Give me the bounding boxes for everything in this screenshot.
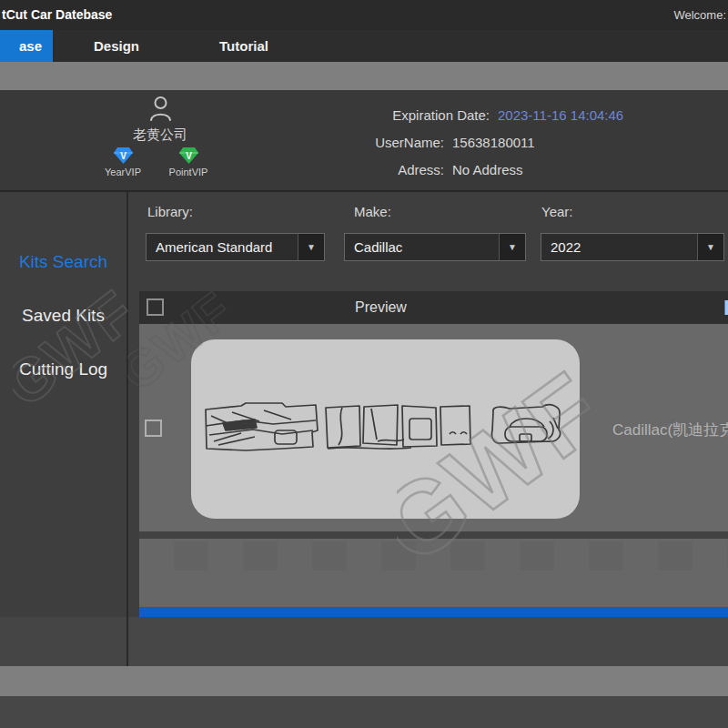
sidebar: Kits Search Saved Kits Cutting Log — [0, 192, 126, 617]
user-avatar-icon — [148, 96, 173, 122]
horizontal-scrollbar[interactable] — [139, 607, 728, 617]
company-name: 老黄公司 — [114, 126, 207, 144]
expiration-date-row: Expiration Date: 2023-11-16 14:04:46 — [364, 107, 623, 123]
tab-database[interactable]: ase — [0, 30, 53, 62]
make-dropdown[interactable]: Cadillac ▼ — [344, 233, 526, 261]
sidebar-item-kits-search[interactable]: Kits Search — [0, 252, 126, 272]
library-dropdown-button[interactable]: ▼ — [298, 234, 324, 260]
address-value: No Address — [452, 162, 523, 177]
expiration-date-value: 2023-11-16 14:04:46 — [498, 107, 623, 123]
username-value: 15638180011 — [452, 135, 535, 150]
results-table-header: Preview — [139, 291, 728, 324]
chevron-down-icon: ▼ — [500, 234, 525, 260]
chevron-down-icon: ▼ — [698, 234, 723, 260]
app-window: tCut Car Datebase Welcome: ase Design Tu… — [0, 0, 728, 728]
year-dropdown-value: 2022 — [541, 234, 723, 260]
make-label: Make: — [354, 204, 391, 219]
sidebar-item-cutting-log[interactable]: Cutting Log — [0, 359, 126, 379]
sidebar-divider — [126, 192, 128, 666]
year-vip-label: YearVIP — [92, 167, 154, 177]
main-tab-bar: ase Design Tutorial — [0, 30, 728, 62]
address-row: Adress: No Address — [364, 162, 523, 177]
kit-pattern-drawing — [191, 339, 580, 519]
sidebar-item-saved-kits[interactable]: Saved Kits — [0, 306, 126, 326]
chevron-down-icon: ▼ — [298, 234, 324, 260]
select-all-checkbox[interactable] — [147, 298, 164, 316]
make-dropdown-button[interactable]: ▼ — [499, 234, 525, 260]
app-title: tCut Car Datebase — [2, 7, 112, 22]
kit-name: Cadillac(凯迪拉克 — [612, 420, 728, 440]
tab-design[interactable]: Design — [53, 30, 180, 62]
header-separator-band — [0, 62, 728, 90]
year-vip-icon: V — [113, 147, 134, 165]
svg-text:V: V — [120, 151, 126, 161]
preview-column-header: Preview — [355, 299, 407, 316]
welcome-label: Welcome: — [673, 8, 726, 22]
library-dropdown[interactable]: American Standard ▼ — [146, 233, 325, 261]
year-dropdown-button[interactable]: ▼ — [697, 234, 723, 260]
tab-tutorial[interactable]: Tutorial — [180, 30, 308, 62]
library-label: Library: — [147, 204, 193, 219]
list-loading-artifact — [139, 541, 728, 571]
vertical-scrollbar[interactable] — [724, 300, 728, 315]
username-row: UserName: 15638180011 — [364, 135, 535, 150]
point-vip-icon: V — [178, 147, 199, 165]
sidebar-bottom-band — [0, 617, 126, 666]
content-bottom-band — [128, 617, 728, 666]
user-info-panel: 老黄公司 V YearVIP V PointVIP Expiration Dat… — [0, 90, 728, 190]
list-empty-area — [139, 539, 728, 607]
row-checkbox[interactable] — [145, 420, 162, 437]
point-vip-label: PointVIP — [157, 167, 219, 177]
username-label: UserName: — [364, 135, 444, 150]
footer-gray-band — [0, 666, 728, 696]
row-separator — [139, 531, 728, 539]
footer-dark-band — [0, 696, 728, 728]
expiration-date-label: Expiration Date: — [364, 107, 490, 123]
svg-text:V: V — [186, 151, 192, 161]
year-dropdown[interactable]: 2022 ▼ — [541, 233, 724, 261]
address-label: Adress: — [364, 162, 444, 177]
year-label: Year: — [541, 204, 572, 219]
title-bar: tCut Car Datebase Welcome: — [0, 0, 728, 30]
kit-preview-thumbnail[interactable] — [191, 339, 580, 519]
